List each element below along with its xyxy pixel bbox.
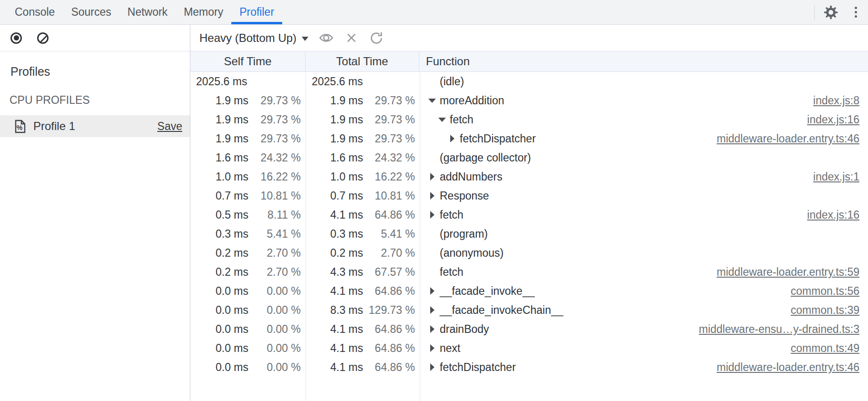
source-link[interactable]: middleware-ensu…y-drained.ts:3 [690,323,860,336]
total-time-cell: 1.0 ms16.22 % [306,170,420,183]
table-row[interactable]: 0.3 ms5.41 %0.3 ms5.41 %(program) [190,224,868,243]
tab-console[interactable]: Console [7,0,63,24]
total-time-cell-ms: 0.2 ms [306,247,363,260]
tab-profiler[interactable]: Profiler [231,0,282,24]
source-link[interactable]: common.ts:49 [781,342,859,355]
function-name: __facade_invoke__ [440,285,535,298]
expand-arrow-icon[interactable] [430,192,434,200]
self-time-cell-ms: 0.7 ms [190,190,248,202]
total-time-cell: 2025.6 ms [306,75,420,88]
self-time-cell-ms: 0.5 ms [190,209,248,221]
source-link[interactable]: middleware-loader.entry.ts:59 [707,266,859,279]
profiles-sidebar: Profiles CPU PROFILES % Profile 1 Save [0,25,190,401]
table-row[interactable]: 0.0 ms0.00 %4.1 ms64.86 %__facade_invoke… [190,281,868,301]
source-link[interactable]: middleware-loader.entry.ts:46 [707,361,859,374]
tab-bar-tabs: ConsoleSourcesNetworkMemoryProfiler [7,0,282,24]
tree-indent [427,173,437,180]
table-row[interactable]: 0.0 ms0.00 %4.1 ms64.86 %nextcommon.ts:4… [190,339,868,358]
column-header-function[interactable]: Function [419,51,868,71]
expand-arrow-icon[interactable] [430,363,434,371]
tab-sources[interactable]: Sources [63,0,119,24]
table-row[interactable]: 0.2 ms2.70 %0.2 ms2.70 %(anonymous) [190,243,868,262]
table-row[interactable]: 1.9 ms29.73 %1.9 ms29.73 %fetchDispatche… [190,129,868,148]
record-profile-button[interactable] [9,30,24,46]
self-time-cell: 0.0 ms0.00 % [190,361,306,374]
function-cell: fetchDispatchermiddleware-loader.entry.t… [420,132,868,145]
svg-text:%: % [17,124,23,131]
source-link[interactable]: index.js:16 [798,113,859,126]
table-row[interactable]: 1.9 ms29.73 %1.9 ms29.73 %fetchindex.js:… [190,110,868,129]
clear-profiles-button[interactable] [35,30,50,46]
total-time-cell-percent: 29.73 % [363,113,420,126]
column-header-total-time[interactable]: Total Time [306,51,419,71]
settings-button[interactable] [819,0,843,24]
table-row[interactable]: 2025.6 ms2025.6 ms(idle) [190,72,868,91]
function-cell: Response [420,190,868,202]
expand-arrow-icon[interactable] [430,211,434,219]
exclude-function-button[interactable] [344,30,359,46]
function-name: moreAddition [440,94,504,107]
save-profile-link[interactable]: Save [158,120,182,133]
total-time-cell: 1.9 ms29.73 % [306,94,420,107]
self-time-cell-percent: 29.73 % [248,132,306,145]
collapse-arrow-icon[interactable] [428,99,436,103]
column-header-self-time[interactable]: Self Time [190,51,306,71]
collapse-arrow-icon[interactable] [438,118,446,122]
expand-arrow-icon[interactable] [430,325,434,333]
function-cell: fetchmiddleware-loader.entry.ts:59 [420,266,868,279]
total-time-cell-ms: 4.3 ms [306,266,363,279]
function-name: (garbage collector) [440,151,531,164]
self-time-cell: 1.0 ms16.22 % [190,170,306,183]
tab-network[interactable]: Network [119,0,176,24]
total-time-cell-percent: 5.41 % [363,228,420,241]
self-time-cell-ms: 0.0 ms [190,285,248,298]
source-link[interactable]: common.ts:39 [781,304,859,317]
source-link[interactable]: index.js:8 [804,94,859,107]
function-name: fetchDispatcher [460,132,536,145]
self-time-cell: 0.0 ms0.00 % [190,323,306,336]
cpu-profiles-section-label: CPU PROFILES [10,94,190,107]
expand-arrow-icon[interactable] [430,344,434,352]
view-mode-select[interactable]: Heavy (Bottom Up) [199,31,308,45]
sidebar-item-profile-1[interactable]: % Profile 1 Save [0,115,190,137]
expand-arrow-icon[interactable] [430,173,434,180]
expand-arrow-icon[interactable] [450,135,454,142]
expand-arrow-icon[interactable] [430,306,434,314]
eye-icon [319,30,334,45]
table-row[interactable]: 0.0 ms0.00 %4.1 ms64.86 %drainBodymiddle… [190,320,868,339]
function-cell: addNumbersindex.js:1 [420,170,868,183]
self-time-cell: 0.0 ms0.00 % [190,304,306,317]
restore-functions-button[interactable] [369,30,384,46]
profile-view-toolbar: Heavy (Bottom Up) [190,25,868,51]
total-time-cell-ms: 1.9 ms [306,113,363,126]
tab-memory[interactable]: Memory [176,0,231,24]
gear-icon [824,5,838,20]
total-time-cell-ms: 1.9 ms [306,132,363,145]
total-time-cell-ms: 2025.6 ms [306,75,363,88]
devtools-content: Profiles CPU PROFILES % Profile 1 Save [0,25,868,401]
profile-grid-body: 2025.6 ms2025.6 ms(idle)1.9 ms29.73 %1.9… [190,72,868,401]
source-link[interactable]: common.ts:56 [781,285,859,298]
total-time-cell-percent: 29.73 % [363,132,420,145]
table-row[interactable]: 0.0 ms0.00 %8.3 ms129.73 %__facade_invok… [190,301,868,320]
focus-function-button[interactable] [318,30,334,46]
table-row[interactable]: 0.5 ms8.11 %4.1 ms64.86 %fetchindex.js:1… [190,205,868,224]
total-time-cell: 8.3 ms129.73 % [306,304,420,317]
table-row[interactable]: 1.9 ms29.73 %1.9 ms29.73 %moreAdditionin… [190,91,868,110]
self-time-cell-percent: 10.81 % [248,190,306,202]
table-row[interactable]: 0.0 ms0.00 %4.1 ms64.86 %fetchDispatcher… [190,358,868,377]
profile-name: Profile 1 [33,120,75,133]
source-link[interactable]: index.js:1 [804,170,859,183]
self-time-cell-ms: 0.0 ms [190,304,248,317]
table-row[interactable]: 1.0 ms16.22 %1.0 ms16.22 %addNumbersinde… [190,167,868,186]
self-time-cell-ms: 0.3 ms [190,228,248,241]
expand-arrow-icon[interactable] [430,287,434,295]
table-row[interactable]: 0.7 ms10.81 %0.7 ms10.81 %Response [190,186,868,205]
table-row[interactable]: 1.6 ms24.32 %1.6 ms24.32 %(garbage colle… [190,148,868,167]
more-options-button[interactable] [843,0,868,24]
source-link[interactable]: middleware-loader.entry.ts:46 [707,132,859,145]
self-time-cell-percent: 8.11 % [248,209,306,221]
source-link[interactable]: index.js:16 [798,209,859,221]
table-row[interactable]: 0.2 ms2.70 %4.3 ms67.57 %fetchmiddleware… [190,262,868,281]
tab-bar-spacer [282,0,810,24]
